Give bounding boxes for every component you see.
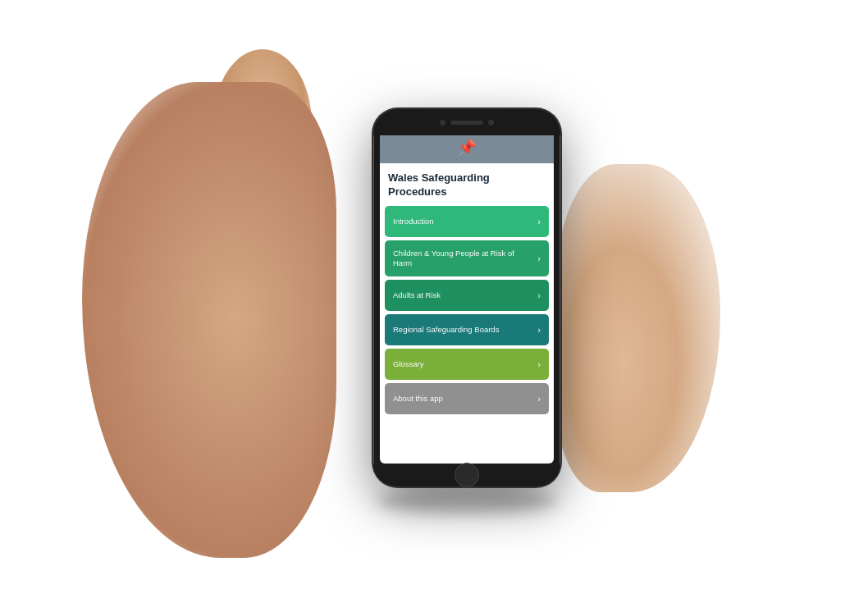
menu-item-glossary[interactable]: Glossary › <box>385 349 549 380</box>
chevron-icon-about: › <box>537 394 541 404</box>
home-button[interactable] <box>455 463 479 487</box>
menu-item-regional[interactable]: Regional Safeguarding Boards › <box>385 314 549 345</box>
camera-dot-left <box>440 120 445 126</box>
app-header-icon: 📌 <box>458 139 476 157</box>
menu-item-label-adults: Adults at Risk <box>393 290 534 300</box>
phone-device: 📌 Wales Safeguarding Procedures Introduc… <box>373 109 560 486</box>
chevron-icon-regional: › <box>537 325 541 335</box>
chevron-icon-glossary: › <box>537 359 541 369</box>
chevron-icon-adults: › <box>537 290 541 300</box>
menu-item-label-children: Children & Young People at Risk of Harm <box>393 249 534 269</box>
phone-shadow <box>377 489 557 514</box>
menu-item-children[interactable]: Children & Young People at Risk of Harm … <box>385 240 549 277</box>
menu-item-introduction[interactable]: Introduction › <box>385 206 549 237</box>
phone-bottom-bar <box>373 464 560 486</box>
menu-item-about[interactable]: About this app › <box>385 383 549 414</box>
menu-item-label-introduction: Introduction <box>393 217 534 226</box>
menu-item-adults[interactable]: Adults at Risk › <box>385 280 549 311</box>
scene: 📌 Wales Safeguarding Procedures Introduc… <box>0 0 868 612</box>
menu-list: Introduction › Children & Young People a… <box>380 206 554 464</box>
phone-screen: 📌 Wales Safeguarding Procedures Introduc… <box>380 132 554 464</box>
menu-item-label-glossary: Glossary <box>393 359 534 369</box>
menu-item-label-about: About this app <box>393 394 534 404</box>
app-title: Wales Safeguarding Procedures <box>388 171 546 199</box>
app-header: 📌 <box>380 132 554 163</box>
chevron-icon-children: › <box>537 253 541 263</box>
phone-top-bar <box>373 109 560 135</box>
menu-item-label-regional: Regional Safeguarding Boards <box>393 325 534 335</box>
speaker-bar <box>450 121 483 125</box>
chevron-icon-introduction: › <box>537 217 541 226</box>
camera-dot-right <box>488 120 494 126</box>
app-title-section: Wales Safeguarding Procedures <box>380 163 554 206</box>
